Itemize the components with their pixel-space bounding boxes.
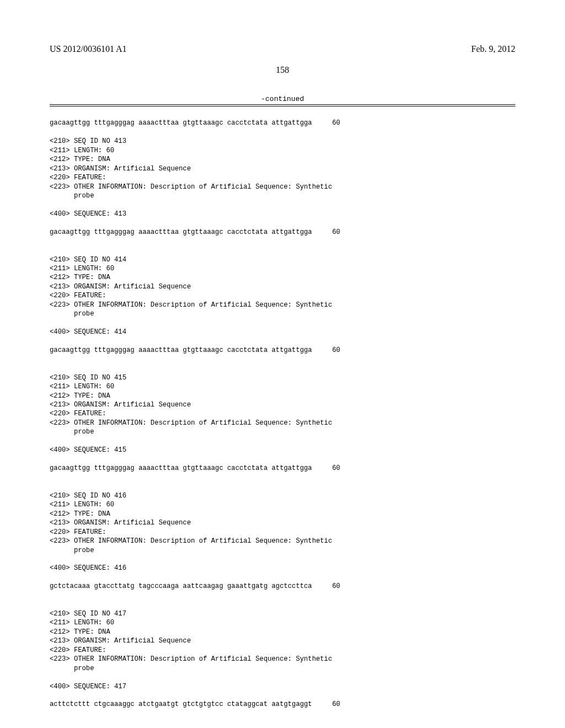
sequence-listing: gacaagttgg tttgagggag aaaactttaa gtgttaa… [50, 110, 515, 728]
patent-page: US 2012/0036101 A1 Feb. 9, 2012 158 -con… [0, 0, 565, 728]
continued-label: -continued [50, 95, 515, 103]
divider-top-1 [50, 104, 515, 105]
publication-number: US 2012/0036101 A1 [50, 44, 127, 54]
page-header: US 2012/0036101 A1 Feb. 9, 2012 [50, 44, 515, 54]
page-number: 158 [50, 65, 515, 75]
publication-date: Feb. 9, 2012 [471, 44, 515, 54]
divider-top-2 [50, 106, 515, 106]
